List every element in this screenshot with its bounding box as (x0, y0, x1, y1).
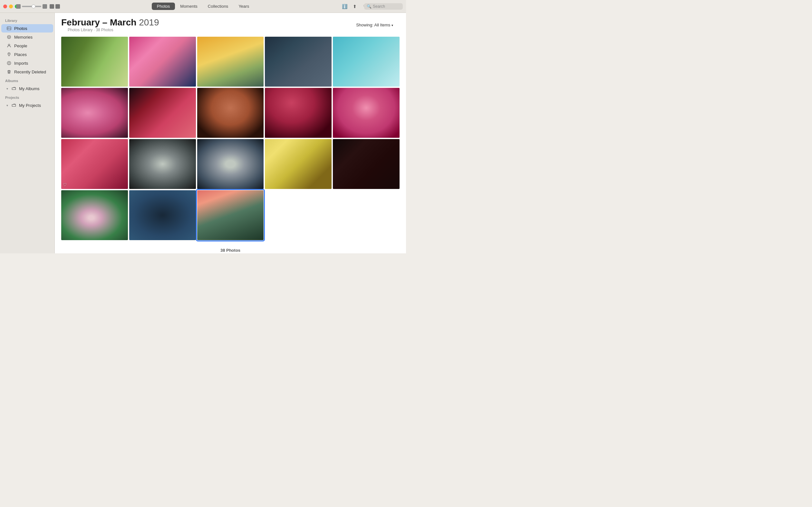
sidebar: Library Photos Memories (0, 13, 55, 253)
zoom-out-icon (16, 4, 20, 9)
photo-cell[interactable] (129, 190, 196, 240)
info-button[interactable]: ℹ️ (340, 2, 349, 11)
zoom-thumb[interactable] (32, 4, 36, 8)
sidebar-item-label-places: Places (14, 52, 27, 57)
photo-cell[interactable] (265, 139, 332, 189)
sidebar-item-label-imports: Imports (14, 61, 28, 66)
people-icon (6, 43, 12, 48)
list-view-icon[interactable] (55, 4, 60, 9)
photo-count: 38 Photos (55, 241, 406, 253)
photos-icon (6, 26, 12, 31)
photo-cell[interactable] (197, 37, 264, 87)
sidebar-item-label-people: People (14, 44, 27, 48)
photo-cell[interactable] (197, 139, 264, 189)
photo-cell[interactable] (61, 37, 128, 87)
sidebar-item-label-recently-deleted: Recently Deleted (14, 69, 46, 74)
photo-cell[interactable] (265, 88, 332, 138)
close-button[interactable] (3, 4, 7, 8)
sidebar-item-label-my-albums: My Albums (19, 86, 40, 91)
library-section-label: Library (0, 16, 54, 24)
my-projects-arrow: ▾ (6, 104, 8, 107)
photo-cell[interactable] (265, 37, 332, 87)
photo-cell[interactable] (333, 88, 400, 138)
folder-icon-albums (11, 86, 16, 91)
recently-deleted-icon (6, 69, 12, 74)
main-layout: Library Photos Memories (0, 13, 406, 253)
photo-cell[interactable] (333, 37, 400, 87)
title-year: 2019 (139, 17, 159, 27)
nav-tabs: Photos Moments Collections Years (152, 3, 254, 10)
title-main: February – March (61, 17, 136, 27)
sidebar-item-memories[interactable]: Memories (1, 33, 53, 41)
sidebar-item-people[interactable]: People (1, 42, 53, 50)
share-button[interactable]: ⬆ (350, 2, 360, 11)
tab-collections[interactable]: Collections (203, 3, 234, 10)
svg-point-2 (7, 36, 11, 39)
tab-moments[interactable]: Moments (175, 3, 202, 10)
zoom-slider-area (16, 4, 60, 9)
titlebar: Photos Moments Collections Years ℹ️ ⬆ ♡ … (0, 0, 406, 13)
search-placeholder: Search (373, 4, 385, 9)
grid-view-icon[interactable] (50, 4, 54, 9)
sidebar-item-my-projects[interactable]: ▾ My Projects (1, 101, 53, 109)
content-area: February – March 2019 Photos Library · 3… (55, 13, 406, 253)
content-title: February – March 2019 (61, 17, 159, 28)
sidebar-item-imports[interactable]: Imports (1, 59, 53, 67)
search-icon: 🔍 (367, 4, 371, 9)
photo-cell[interactable] (129, 88, 196, 138)
photo-cell[interactable] (197, 88, 264, 138)
favorite-heart-icon: ♡ (63, 182, 67, 187)
imports-icon (6, 60, 12, 66)
sidebar-item-label-my-projects: My Projects (19, 103, 41, 108)
showing-value: All Items (374, 22, 391, 27)
photo-cell[interactable] (61, 88, 128, 138)
svg-point-4 (8, 44, 10, 46)
sidebar-item-recently-deleted[interactable]: Recently Deleted (1, 68, 53, 76)
sidebar-item-places[interactable]: Places (1, 50, 53, 59)
memories-icon (6, 35, 12, 40)
tab-photos[interactable]: Photos (152, 3, 175, 10)
showing-filter[interactable]: Showing: All Items ▾ (350, 17, 400, 30)
photo-cell[interactable] (61, 190, 128, 240)
sidebar-item-my-albums[interactable]: ▾ My Albums (1, 84, 53, 93)
photo-cell[interactable] (197, 190, 264, 240)
showing-label-text: Showing: (356, 22, 373, 27)
photo-cell[interactable] (129, 37, 196, 87)
minimize-button[interactable] (9, 4, 13, 8)
my-albums-arrow: ▾ (6, 87, 8, 91)
content-subtitle: Photos Library · 38 Photos (61, 28, 159, 35)
folder-icon-projects (11, 103, 16, 108)
sidebar-item-label-memories: Memories (14, 35, 33, 40)
zoom-track[interactable] (22, 6, 41, 7)
albums-section-label: Albums (0, 76, 54, 84)
tab-years[interactable]: Years (233, 3, 254, 10)
places-icon (6, 52, 12, 57)
search-box[interactable]: 🔍 Search (364, 3, 403, 10)
sidebar-item-photos[interactable]: Photos (1, 24, 53, 33)
photo-cell[interactable]: ♡ (61, 139, 128, 189)
sidebar-item-label-photos: Photos (14, 26, 27, 31)
photo-grid: ♡ (55, 36, 406, 241)
svg-point-3 (8, 36, 10, 38)
photo-cell[interactable] (129, 139, 196, 189)
chevron-down-icon: ▾ (392, 23, 393, 27)
projects-section-label: Projects (0, 93, 54, 101)
zoom-in-icon (43, 4, 47, 9)
photo-cell[interactable] (333, 139, 400, 189)
svg-point-5 (9, 53, 9, 54)
